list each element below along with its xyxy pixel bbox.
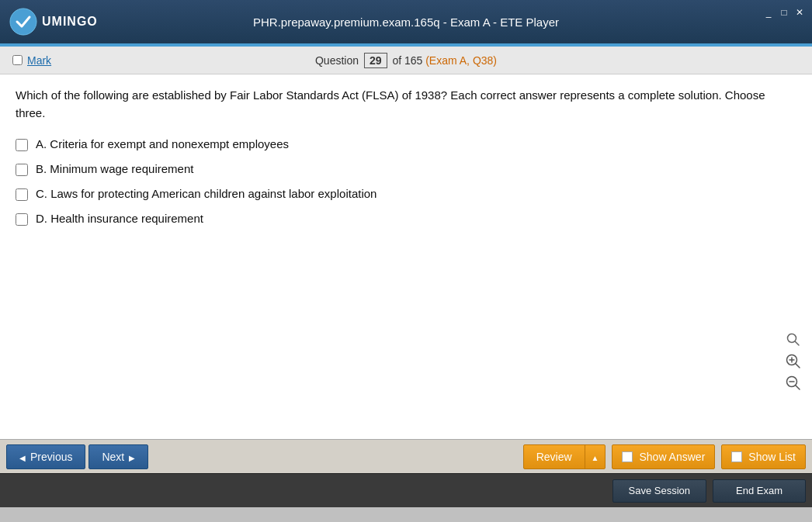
review-label: Review (524, 445, 585, 468)
option-b-label: B. Minimum wage requirement (36, 162, 193, 175)
zoom-controls (784, 330, 803, 392)
show-answer-label: Show Answer (639, 451, 705, 463)
window-title: PHR.prepaway.premium.exam.165q - Exam A … (253, 16, 559, 29)
navigation-bar: Previous Next Review Show Answer Show Li… (0, 439, 812, 473)
checkbox-a[interactable] (16, 139, 28, 151)
question-counter: Question 29 of 165 (Exam A, Q38) (315, 53, 497, 68)
svg-line-2 (796, 342, 800, 346)
svg-line-8 (796, 385, 800, 389)
maximize-button[interactable]: □ (778, 6, 790, 19)
logo-icon (9, 8, 37, 36)
logo-text: UMINGO (42, 15, 98, 29)
svg-line-4 (796, 364, 800, 368)
of-total: of 165 (392, 54, 422, 67)
zoom-in-icon[interactable] (784, 352, 803, 371)
title-bar: UMINGO PHR.prepaway.premium.exam.165q - … (0, 0, 812, 43)
action-bar: Save Session End Exam (0, 473, 812, 507)
show-list-button[interactable]: Show List (721, 444, 806, 469)
option-c-label: C. Laws for protecting American children… (36, 187, 377, 200)
checkbox-c[interactable] (16, 188, 28, 201)
exam-info: (Exam A, Q38) (425, 54, 497, 67)
show-list-label: Show List (748, 451, 796, 463)
checkbox-b[interactable] (16, 164, 28, 176)
mark-link[interactable]: Mark (27, 54, 51, 67)
chevron-up-icon (592, 451, 599, 463)
option-b: B. Minimum wage requirement (16, 162, 796, 176)
show-list-checkbox (731, 451, 742, 462)
question-label: Question (315, 54, 359, 67)
content-area: Which of the following are established b… (0, 74, 812, 439)
show-answer-checkbox (622, 451, 633, 462)
option-c: C. Laws for protecting American children… (16, 187, 796, 201)
checkbox-d[interactable] (16, 213, 28, 226)
minimize-button[interactable]: _ (762, 6, 775, 19)
option-a: A. Criteria for exempt and nonexempt emp… (16, 137, 796, 151)
show-answer-button[interactable]: Show Answer (612, 444, 715, 469)
review-arrow-icon[interactable] (585, 445, 606, 468)
previous-label: Previous (30, 451, 72, 463)
logo: UMINGO (9, 8, 98, 36)
save-session-button[interactable]: Save Session (612, 479, 707, 503)
window-controls: _ □ ✕ (762, 6, 806, 19)
previous-button[interactable]: Previous (6, 444, 85, 469)
end-exam-button[interactable]: End Exam (713, 479, 806, 503)
option-d-label: D. Health insurance requirement (36, 212, 203, 225)
review-button[interactable]: Review (523, 444, 606, 469)
option-d: D. Health insurance requirement (16, 212, 796, 226)
mark-section: Mark (12, 54, 51, 67)
svg-point-0 (10, 9, 36, 35)
question-number: 29 (364, 53, 387, 68)
search-icon[interactable] (784, 330, 803, 349)
close-button[interactable]: ✕ (793, 6, 806, 19)
mark-checkbox[interactable] (12, 55, 23, 65)
option-a-label: A. Criteria for exempt and nonexempt emp… (36, 137, 289, 150)
question-header: Mark Question 29 of 165 (Exam A, Q38) (0, 47, 812, 74)
next-button[interactable]: Next (88, 444, 148, 469)
chevron-right-icon (129, 451, 135, 463)
svg-point-1 (788, 334, 796, 343)
next-label: Next (102, 451, 124, 463)
question-text: Which of the following are established b… (16, 87, 796, 122)
chevron-left-icon (19, 451, 26, 463)
zoom-out-icon[interactable] (784, 374, 803, 392)
